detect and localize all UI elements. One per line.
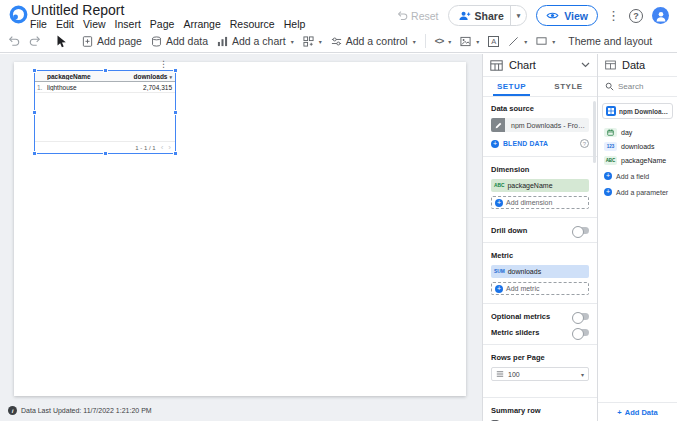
select-tool-button[interactable] — [56, 35, 67, 48]
scrollbar-thumb[interactable] — [593, 101, 596, 163]
add-control-button[interactable]: Add a control ▾ — [331, 35, 416, 47]
page-title[interactable]: Untitled Report — [31, 2, 124, 18]
database-icon — [151, 36, 162, 47]
community-visualizations-button[interactable]: ▾ — [303, 36, 322, 47]
report-canvas[interactable]: ⋮ packageName downloads▾ 1. lighthouse 2 — [0, 54, 482, 421]
menu-arrange[interactable]: Arrange — [183, 18, 220, 30]
selection-handle[interactable] — [173, 68, 178, 73]
chart-panel-body: Data source npm Downloads - From Co... +… — [483, 97, 597, 421]
rows-per-page-select[interactable]: 100 ▾ — [491, 367, 589, 381]
data-fields-icon — [605, 60, 616, 70]
chart-options-icon[interactable]: ⋮ — [159, 59, 168, 69]
insert-image-button[interactable]: ▾ — [460, 36, 479, 47]
share-main[interactable]: Share — [449, 6, 510, 25]
menu-help[interactable]: Help — [284, 18, 306, 30]
theme-layout-button[interactable]: Theme and layout — [568, 35, 652, 47]
status-bar: i Data Last Updated: 11/7/2022 1:21:20 P… — [8, 406, 152, 415]
menu-file[interactable]: File — [30, 18, 47, 30]
chevron-down-icon: ▾ — [413, 38, 416, 45]
selection-handle[interactable] — [103, 68, 108, 73]
tab-setup[interactable]: SETUP — [483, 77, 540, 96]
help-button[interactable]: ? — [629, 9, 643, 23]
add-parameter-button[interactable]: + Add a parameter — [598, 185, 677, 199]
add-page-icon — [82, 36, 93, 47]
metric-sliders-toggle[interactable] — [573, 329, 589, 336]
field-item-day[interactable]: day — [598, 125, 677, 139]
data-source-title: npm Downloads - F... — [619, 108, 669, 115]
plus-icon: + — [604, 172, 612, 180]
field-aggregation-badge: SUM — [494, 269, 505, 274]
menu-edit[interactable]: Edit — [56, 18, 74, 30]
add-field-button[interactable]: + Add a field — [598, 169, 677, 183]
add-metric-button[interactable]: + Add metric — [491, 282, 589, 295]
menu-insert[interactable]: Insert — [115, 18, 141, 30]
undo-button[interactable] — [8, 35, 20, 47]
embed-button[interactable]: <> ▾ — [435, 36, 452, 46]
blend-data-button[interactable]: BLEND DATA — [503, 140, 548, 147]
share-dropdown-button[interactable]: ▾ — [510, 6, 527, 25]
help-icon[interactable]: ? — [580, 139, 589, 148]
metric-chip[interactable]: SUM downloads — [491, 265, 589, 278]
metric-sliders-row: Metric sliders — [491, 328, 589, 337]
table-chart-icon — [490, 60, 503, 71]
add-dimension-button[interactable]: + Add dimension — [491, 196, 589, 209]
section-divider — [483, 217, 597, 218]
field-label: packageName — [621, 157, 666, 164]
more-options-icon[interactable]: ⋮ — [607, 9, 620, 22]
insert-line-button[interactable]: ▾ — [508, 36, 527, 47]
menu-resource[interactable]: Resource — [230, 18, 275, 30]
menu-view[interactable]: View — [83, 18, 106, 30]
chart-properties-panel: Chart SETUP STYLE Data source npm Downlo… — [482, 54, 597, 421]
column-header-downloads[interactable]: downloads▾ — [123, 73, 175, 80]
tab-style[interactable]: STYLE — [540, 77, 597, 96]
add-data-button[interactable]: Add data — [151, 35, 208, 47]
plus-icon: + — [491, 140, 499, 148]
add-chart-button[interactable]: Add a chart ▾ — [217, 35, 294, 47]
chevron-down-icon: ▾ — [517, 12, 521, 20]
data-last-updated: Data Last Updated: 11/7/2022 1:21:20 PM — [21, 407, 152, 414]
drill-down-toggle[interactable] — [573, 227, 589, 234]
pencil-icon[interactable] — [491, 118, 505, 132]
add-data-button[interactable]: + Add Data — [598, 402, 677, 421]
reset-button[interactable]: Reset — [397, 10, 438, 22]
reset-icon — [397, 10, 408, 21]
search-input[interactable] — [618, 82, 662, 91]
data-source-item[interactable]: npm Downloads - F... — [602, 103, 673, 119]
chevron-down-icon: ▾ — [448, 38, 451, 45]
report-page[interactable]: ⋮ packageName downloads▾ 1. lighthouse 2 — [14, 62, 466, 396]
image-icon — [460, 36, 471, 47]
next-page-icon[interactable]: › — [168, 144, 171, 152]
chevron-down-icon: ▾ — [552, 38, 555, 45]
selection-handle[interactable] — [32, 110, 37, 115]
add-page-button[interactable]: Add page — [82, 35, 142, 47]
data-source-chip[interactable]: npm Downloads - From Co... — [491, 118, 589, 132]
text-box-button[interactable]: A — [488, 36, 499, 47]
dimension-chip[interactable]: ABC packageName — [491, 179, 589, 192]
redo-button[interactable] — [29, 35, 41, 47]
info-icon: i — [8, 406, 17, 415]
looker-studio-logo-icon[interactable] — [8, 4, 29, 25]
share-button[interactable]: Share ▾ — [448, 5, 528, 26]
collapse-panel-icon[interactable] — [581, 62, 590, 68]
prev-page-icon[interactable]: ‹ — [161, 144, 164, 152]
field-item-packagename[interactable]: ABC packageName — [598, 153, 677, 167]
summary-row-label: Summary row — [491, 406, 589, 415]
dimension-field-name: packageName — [507, 182, 552, 189]
blend-data-row: + BLEND DATA ? — [491, 139, 589, 148]
column-header-packagename[interactable]: packageName — [47, 73, 123, 80]
view-button[interactable]: View — [536, 5, 598, 26]
selection-handle[interactable] — [32, 68, 37, 73]
menu-page[interactable]: Page — [150, 18, 175, 30]
field-item-downloads[interactable]: 123 downloads — [598, 139, 677, 153]
table-chart[interactable]: ⋮ packageName downloads▾ 1. lighthouse 2 — [34, 70, 176, 154]
looker-studio-app: Untitled Report File Edit View Insert Pa… — [0, 0, 677, 421]
selection-handle[interactable] — [173, 110, 178, 115]
date-field-icon — [604, 128, 617, 137]
section-divider — [483, 242, 597, 243]
text-field-icon: ABC — [604, 156, 617, 165]
avatar[interactable] — [652, 7, 669, 24]
insert-shape-button[interactable]: ▾ — [536, 36, 555, 46]
optional-metrics-toggle[interactable] — [573, 313, 589, 320]
chart-panel-tabs: SETUP STYLE — [483, 77, 597, 97]
rows-per-page-label: Rows per Page — [491, 353, 589, 362]
